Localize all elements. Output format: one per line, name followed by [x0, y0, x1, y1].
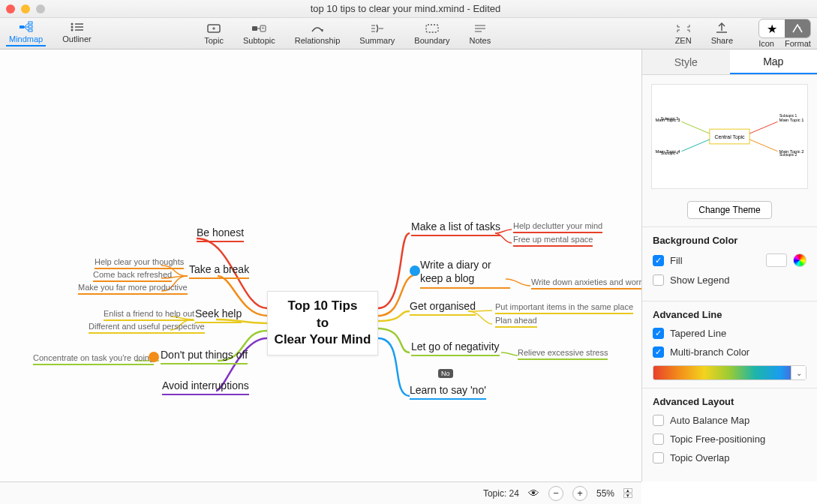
autobalance-checkbox[interactable]	[653, 415, 664, 426]
svg-rect-0	[20, 26, 24, 28]
zoom-out-button[interactable]: −	[548, 486, 563, 501]
topic-button[interactable]: Topic	[201, 22, 227, 45]
svg-line-36	[681, 140, 709, 152]
svg-rect-6	[29, 29, 32, 32]
minimize-icon[interactable]	[21, 4, 30, 14]
svg-line-40	[749, 140, 777, 152]
sub-take-break-2[interactable]: Come back refreshed	[93, 270, 172, 282]
sub-letgo-1[interactable]: Relieve excessive stress	[518, 348, 608, 360]
notes-button[interactable]: Notes	[466, 22, 494, 45]
titlebar: top 10 tips to clear your mind.xmind - E…	[0, 0, 817, 18]
legend-checkbox[interactable]	[653, 274, 664, 286]
dropdown-icon[interactable]: ⌄	[791, 366, 806, 380]
toolbar: Mindmap Outliner Topic +Subtopic Relatio…	[0, 18, 817, 50]
topic-take-break[interactable]: Take a break	[189, 263, 249, 279]
sub-diary-1[interactable]: Write down anxieties and worries	[531, 278, 641, 290]
tab-style[interactable]: Style	[642, 50, 730, 74]
fill-swatch[interactable]	[766, 254, 787, 267]
maximize-icon[interactable]	[36, 4, 45, 14]
marker-icon	[410, 266, 420, 276]
sub-list-1[interactable]: Help declutter your mind	[513, 221, 602, 233]
svg-line-3	[24, 27, 29, 31]
subtopic-button[interactable]: +Subtopic	[240, 22, 278, 45]
freepos-checkbox[interactable]	[653, 434, 664, 445]
summary-button[interactable]: Summary	[356, 22, 398, 45]
svg-text:Central Topic: Central Topic	[715, 134, 746, 140]
sub-take-break-1[interactable]: Help clear your thoughts	[95, 257, 184, 269]
topic-count: Topic: 24	[483, 488, 519, 499]
sub-list-2[interactable]: Free up mental space	[513, 235, 593, 247]
advline-heading: Advanced Line	[653, 309, 806, 320]
zoom-stepper[interactable]: ▴▾	[623, 488, 632, 498]
svg-text:Main Topic 1: Main Topic 1	[779, 118, 804, 122]
svg-line-34	[681, 122, 709, 134]
topic-be-honest[interactable]: Be honest	[197, 226, 244, 242]
svg-text:+: +	[262, 26, 265, 31]
tab-map[interactable]: Map	[730, 50, 818, 74]
zoom-in-button[interactable]: +	[572, 486, 587, 501]
svg-text:Subtopic 2: Subtopic 2	[779, 153, 797, 157]
multibranch-checkbox[interactable]	[653, 346, 664, 358]
svg-rect-4	[29, 22, 32, 24]
topic-sayno[interactable]: Learn to say 'no'	[410, 384, 486, 400]
svg-rect-5	[29, 26, 32, 28]
no-tag-icon: No	[438, 369, 453, 378]
topic-dont-put[interactable]: Don't put things off	[161, 349, 248, 364]
sub-seek-2[interactable]: Different and useful perspective	[89, 322, 205, 334]
advlayout-heading: Advanced Layout	[653, 396, 806, 407]
priority-icon	[149, 352, 159, 362]
svg-point-11	[71, 29, 73, 32]
branch-color-selector[interactable]: ⌄	[653, 365, 806, 380]
sub-org-2[interactable]: Plan ahead	[495, 316, 537, 328]
svg-line-1	[24, 23, 29, 27]
svg-point-9	[71, 26, 73, 28]
zen-button[interactable]: ZEN	[672, 22, 695, 45]
window-title: top 10 tips to clear your mind.xmind - E…	[45, 3, 766, 14]
format-panel-toggle[interactable]	[785, 20, 810, 38]
outliner-label: Outliner	[62, 34, 92, 44]
svg-text:Subtopic 3: Subtopic 3	[661, 117, 678, 121]
topic-organised[interactable]: Get organised	[410, 300, 476, 316]
status-bar: Topic: 24 👁 − + 55% ▴▾	[0, 482, 641, 504]
zoom-level: 55%	[596, 488, 614, 499]
view-outliner-button[interactable]: Outliner	[59, 20, 95, 46]
boundary-button[interactable]: Boundary	[411, 22, 452, 45]
svg-point-7	[71, 23, 73, 26]
overlap-checkbox[interactable]	[653, 452, 664, 464]
topic-seek-help[interactable]: Seek help	[195, 308, 242, 323]
svg-line-38	[749, 122, 777, 134]
svg-text:Subtopic 4: Subtopic 4	[661, 152, 678, 155]
mindmap-label: Mindmap	[9, 34, 43, 44]
svg-text:Subtopic 1: Subtopic 1	[779, 114, 797, 118]
svg-rect-25	[426, 25, 438, 32]
right-toggle: ★ IconFormat	[758, 19, 811, 48]
change-theme-button[interactable]: Change Theme	[687, 201, 772, 219]
topic-diary[interactable]: Write a diary or keep a blog	[420, 258, 510, 289]
share-button[interactable]: Share	[708, 22, 736, 45]
color-picker-icon[interactable]	[793, 254, 806, 267]
relationship-button[interactable]: Relationship	[292, 22, 344, 45]
central-topic[interactable]: Top 10 Tips to Clear Your Mind	[267, 291, 378, 356]
sub-take-break-3[interactable]: Make you far more productive	[78, 283, 188, 295]
close-icon[interactable]	[6, 4, 15, 14]
svg-rect-16	[252, 26, 257, 31]
icon-panel-toggle[interactable]: ★	[759, 20, 785, 38]
format-panel: Style Map Central Topic Main Topic 3 Mai…	[641, 50, 817, 482]
sub-org-1[interactable]: Put important items in the same place	[495, 302, 633, 314]
window-controls	[6, 4, 45, 14]
visibility-icon[interactable]: 👁	[528, 487, 539, 500]
mindmap-canvas[interactable]: Top 10 Tips to Clear Your Mind Be honest…	[0, 50, 641, 482]
fill-checkbox[interactable]	[653, 255, 664, 266]
topic-letgo[interactable]: Let go of negativity	[411, 340, 500, 356]
bgcolor-heading: Background Color	[653, 235, 806, 246]
topic-make-list[interactable]: Make a list of tasks	[411, 220, 500, 236]
svg-point-31	[799, 27, 800, 28]
topic-avoid[interactable]: Avoid interruptions	[162, 380, 249, 395]
sub-dont-put-1[interactable]: Concentrate on task you're doing	[33, 353, 154, 365]
sub-seek-1[interactable]: Enlist a friend to help out	[104, 309, 194, 321]
tapered-checkbox[interactable]	[653, 328, 664, 339]
theme-thumbnail: Central Topic Main Topic 3 Main Topic 4 …	[651, 84, 808, 189]
view-mindmap-button[interactable]: Mindmap	[6, 20, 46, 46]
